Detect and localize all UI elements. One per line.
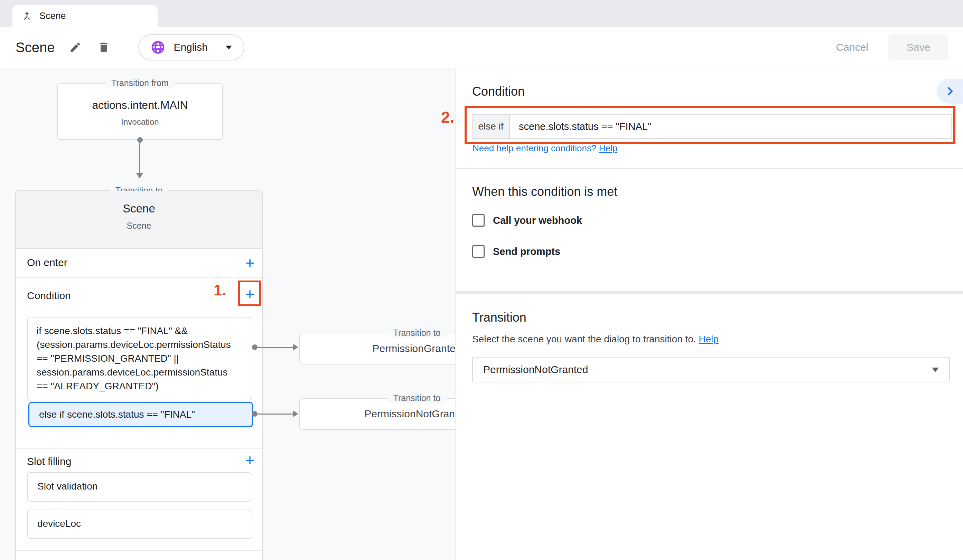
condition-elseif-card-selected[interactable]: else if scene.slots.status == "FINAL" (28, 402, 253, 427)
condition-line: session.params.deviceLoc.permissionStatu… (37, 366, 243, 379)
tab-strip: Scene (0, 0, 963, 27)
condition-line: == "ALREADY_GRANTED") (37, 379, 243, 393)
condition-line: (session.params.deviceLoc.permissionStat… (37, 338, 243, 352)
scene-editor-page: Scene Scene English Cancel Save (0, 0, 963, 560)
scene-node-title: Scene (16, 202, 262, 215)
header-actions: Cancel Save (827, 34, 963, 60)
pencil-icon (69, 41, 81, 53)
slot-card-deviceloc[interactable]: deviceLoc (27, 510, 252, 539)
send-prompts-label: Send prompts (493, 246, 560, 257)
intent-type: Invocation (58, 117, 222, 127)
transition-scene-dropdown[interactable]: PermissionNotGranted (472, 357, 950, 382)
connector-line (139, 142, 140, 173)
call-webhook-label: Call your webhook (493, 215, 582, 226)
arrowhead-down-icon (136, 173, 143, 179)
chevron-right-icon (944, 85, 956, 97)
divider (456, 168, 963, 169)
divider (16, 448, 262, 449)
divider (16, 550, 262, 551)
send-prompts-checkbox[interactable] (472, 245, 485, 258)
arrowhead-right-icon (293, 344, 298, 351)
transition-subtitle: Select the scene you want the dialog to … (472, 334, 719, 345)
condition-help-line: Need help entering conditions? Help (472, 143, 617, 154)
scene-node-card: Transition to Scene Scene On enter + Con… (15, 190, 263, 560)
condition-line: if scene.slots.status == "FINAL" && (37, 324, 243, 338)
language-selector[interactable]: English (138, 34, 244, 60)
tab-scene[interactable]: Scene (13, 5, 157, 27)
else-if-prefix-label: else if (472, 115, 510, 138)
collapse-panel-button[interactable] (937, 79, 963, 104)
scene-node-subtitle: Scene (16, 221, 262, 231)
on-enter-label: On enter (27, 257, 67, 269)
transition-scene-value: PermissionNotGranted (483, 364, 588, 375)
connector-line (258, 414, 293, 414)
caret-down-icon (226, 45, 232, 49)
slot-filling-label: Slot filling (27, 456, 71, 468)
condition-line: == "PERMISSION_GRANTED" || (37, 352, 243, 366)
delete-scene-button[interactable] (96, 40, 111, 55)
connector-dot (252, 411, 258, 417)
transition-from-node[interactable]: Transition from actions.intent.MAIN Invo… (57, 83, 223, 140)
condition-expression-row: else if (472, 114, 952, 139)
arrowhead-right-icon (293, 410, 298, 417)
transition-heading: Transition (472, 310, 527, 325)
trash-icon (97, 41, 110, 53)
scene-merge-icon (21, 10, 32, 21)
call-webhook-option[interactable]: Call your webhook (472, 214, 582, 227)
header: Scene English Cancel Save (0, 27, 963, 68)
globe-icon (151, 40, 165, 55)
divider (16, 277, 262, 278)
when-met-heading: When this condition is met (472, 185, 617, 199)
help-prefix-text: Need help entering conditions? (472, 143, 599, 154)
call-webhook-checkbox[interactable] (472, 214, 485, 227)
condition-help-link[interactable]: Help (599, 143, 617, 154)
dropdown-caret-icon (932, 367, 939, 372)
condition-if-card[interactable]: if scene.slots.status == "FINAL" && (ses… (27, 317, 252, 400)
add-on-enter-button[interactable]: + (241, 254, 259, 272)
cancel-button[interactable]: Cancel (827, 35, 877, 60)
send-prompts-option[interactable]: Send prompts (472, 245, 560, 258)
connector-line (258, 347, 293, 348)
add-slot-button[interactable]: + (241, 451, 259, 469)
edit-scene-button[interactable] (68, 40, 83, 55)
connector-dot (252, 345, 258, 350)
page-title: Scene (16, 40, 55, 55)
add-condition-button[interactable]: + (241, 285, 259, 303)
scene-node-header[interactable]: Scene Scene (16, 191, 262, 249)
condition-section-label: Condition (27, 290, 71, 302)
transition-help-link[interactable]: Help (699, 334, 719, 345)
slot-card-validation[interactable]: Slot validation (27, 472, 252, 502)
language-label: English (173, 42, 208, 53)
save-button[interactable]: Save (888, 34, 948, 60)
connector-dot (137, 137, 143, 143)
condition-heading: Condition (472, 84, 525, 99)
intent-name: actions.intent.MAIN (58, 99, 222, 112)
condition-expression-input[interactable] (510, 115, 951, 138)
transition-from-legend: Transition from (106, 78, 174, 88)
transition-to-legend: Transition to (388, 393, 446, 403)
tab-label: Scene (39, 11, 66, 21)
section-divider (456, 291, 963, 294)
transition-to-legend: Transition to (388, 328, 446, 338)
transition-subtitle-text: Select the scene you want the dialog to … (472, 334, 699, 345)
condition-detail-panel: Condition else if Need help entering con… (455, 68, 963, 560)
